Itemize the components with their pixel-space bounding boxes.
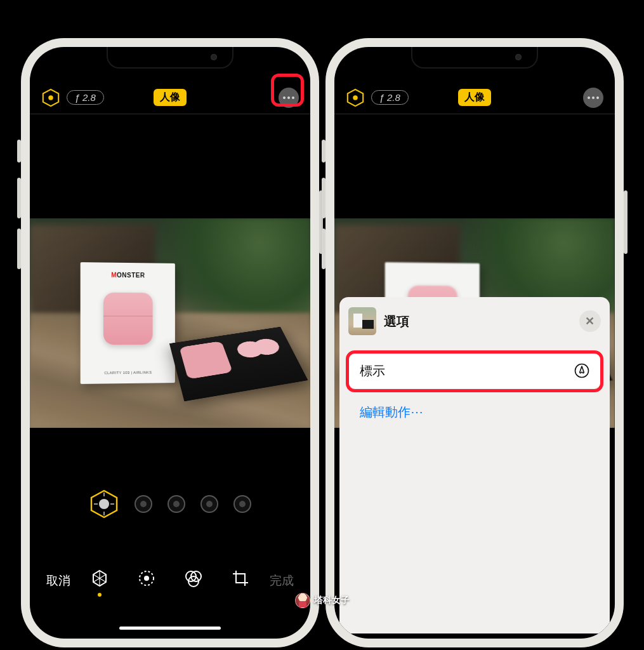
- side-button-volume-up: [17, 178, 21, 218]
- side-button-volume-up: [322, 178, 325, 218]
- close-button[interactable]: ✕: [579, 310, 601, 332]
- earbuds-case: [103, 293, 153, 345]
- sheet-thumbnail: [348, 307, 376, 335]
- edit-tool-tabs: [30, 567, 310, 589]
- done-button[interactable]: 完成: [270, 573, 294, 589]
- side-button-volume-down: [17, 229, 21, 269]
- side-button-volume-down: [322, 229, 325, 269]
- cancel-button[interactable]: 取消: [46, 573, 70, 589]
- tool-filters-icon[interactable]: [183, 567, 204, 589]
- aperture-pill[interactable]: ƒ 2.8: [371, 90, 409, 105]
- front-camera-icon: [211, 54, 217, 60]
- more-button[interactable]: [583, 88, 603, 108]
- product-brand: MONSTER: [111, 272, 145, 279]
- front-camera-icon: [515, 54, 522, 60]
- notch: [411, 47, 538, 69]
- edit-topbar: ƒ 2.8 人像: [334, 81, 615, 114]
- notch: [107, 47, 233, 69]
- edit-actions-link[interactable]: 編輯動作⋯: [348, 404, 601, 421]
- product-subtitle: CLARITY 103 | AIRLINKS: [104, 371, 152, 375]
- svg-point-3: [99, 499, 109, 509]
- portrait-lighting-selector[interactable]: [30, 489, 310, 519]
- portrait-mode-badge[interactable]: 人像: [458, 89, 491, 106]
- portrait-lighting-icon[interactable]: [41, 88, 60, 107]
- edit-topbar: ƒ 2.8 人像: [30, 81, 310, 114]
- watermark-text: 塔科女子: [314, 595, 350, 606]
- side-button-power: [624, 190, 628, 254]
- watermark: 塔科女子: [295, 593, 350, 608]
- portrait-lighting-icon[interactable]: [346, 88, 365, 107]
- photo-preview[interactable]: MONSTER CLARITY 103 | AIRLINKS: [30, 218, 310, 428]
- options-sheet: 選項 ✕ 標示 編輯動作⋯: [339, 297, 610, 633]
- home-indicator[interactable]: [119, 627, 221, 630]
- lighting-natural-icon[interactable]: [89, 489, 119, 519]
- tool-portrait-icon[interactable]: [89, 567, 110, 589]
- svg-point-14: [353, 95, 358, 100]
- tool-crop-icon[interactable]: [230, 567, 251, 589]
- tutorial-highlight-markup: [346, 350, 603, 392]
- product-box: MONSTER CLARITY 103 | AIRLINKS: [80, 262, 174, 384]
- watermark-avatar-icon: [295, 593, 310, 608]
- tool-adjust-icon[interactable]: [136, 567, 157, 589]
- aperture-pill[interactable]: ƒ 2.8: [67, 90, 104, 105]
- phone-left: ƒ 2.8 人像 MONSTER CLARITY 103 | AIRLINKS: [21, 38, 319, 647]
- svg-point-9: [144, 576, 149, 581]
- lighting-option-5-icon[interactable]: [233, 495, 251, 513]
- svg-point-1: [48, 95, 53, 100]
- screen: ƒ 2.8 人像 MONSTER CLARITY 103 | AIRLINKS: [30, 47, 310, 639]
- close-icon: ✕: [585, 314, 595, 328]
- more-button[interactable]: [279, 88, 299, 108]
- portrait-mode-badge[interactable]: 人像: [154, 89, 187, 106]
- lighting-option-3-icon[interactable]: [168, 495, 185, 513]
- sheet-header: 選項 ✕: [348, 307, 601, 335]
- lighting-option-4-icon[interactable]: [200, 495, 218, 513]
- side-button-silence: [17, 140, 21, 162]
- lighting-option-2-icon[interactable]: [135, 495, 152, 513]
- screen: ƒ 2.8 人像 選項 ✕: [334, 47, 615, 639]
- phone-right: ƒ 2.8 人像 選項 ✕: [325, 38, 624, 647]
- sheet-title: 選項: [384, 313, 409, 330]
- side-button-silence: [322, 140, 325, 162]
